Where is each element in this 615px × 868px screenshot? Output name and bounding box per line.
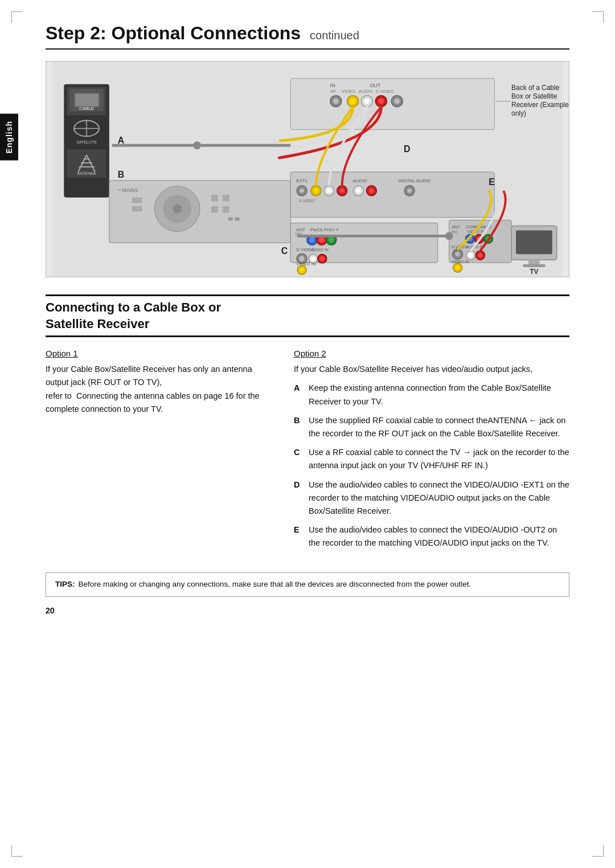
svg-text:Back of a Cable: Back of a Cable [511,84,560,92]
svg-text:OUT: OUT [370,83,380,88]
section-heading: Connecting to a Cable Box orSatellite Re… [46,294,569,337]
svg-text:VIDEO: VIDEO [342,89,356,94]
svg-text:ANT: ANT [296,227,305,232]
content-columns: Option 1 If your Cable Box/Satellite Rec… [46,349,569,555]
svg-text:~ MAINS: ~ MAINS [118,187,138,193]
list-letter: A [294,382,303,408]
option2-label: Option 2 [294,349,569,358]
svg-point-63 [327,189,331,193]
svg-rect-55 [290,172,494,218]
tips-box: TIPS:Before making or changing any conne… [46,572,569,596]
svg-point-65 [340,189,345,193]
list-item-text: Use a RF coaxial cable to connect the TV… [309,446,569,472]
corner-mark-br [592,845,604,857]
svg-point-114 [299,256,305,261]
option2-intro: If your Cable Box/Satellite Receiver has… [294,363,569,376]
svg-text:Receiver (Example: Receiver (Example [511,101,569,109]
diagram-area: CABLE SATELLITE ANTENNA A OUT IN R [46,61,569,277]
english-tab: English [0,114,18,161]
svg-point-30 [350,99,356,104]
svg-text:AUDIO: AUDIO [353,178,367,183]
corner-mark-tl [11,11,23,23]
list-item-text: Use the audio/video cables to connect th… [309,523,569,550]
svg-point-73 [407,189,412,193]
svg-text:EXT1: EXT1 [296,178,308,183]
svg-text:SATELLITE: SATELLITE [76,140,97,144]
svg-point-119 [320,256,325,261]
svg-text:TV: TV [530,268,538,276]
svg-text:IN: IN [330,83,335,88]
svg-text:S-VIDEO: S-VIDEO [299,199,315,203]
svg-rect-47 [132,206,142,212]
right-column: Option 2 If your Cable Box/Satellite Rec… [294,349,569,555]
svg-text:DIGITAL AUDIO: DIGITAL AUDIO [398,178,430,183]
list-letter: B [294,414,303,440]
svg-text:AUDIO: AUDIO [359,89,373,94]
main-title: Step 2: Optional Connections [46,23,301,44]
corner-mark-tr [592,11,604,23]
svg-point-98 [478,253,482,257]
svg-point-93 [456,252,460,256]
svg-text:CABLE: CABLE [79,106,94,111]
subtitle: continued [310,29,359,42]
section-heading-text: Connecting to a Cable Box orSatellite Re… [46,300,221,331]
svg-rect-51 [223,206,229,213]
svg-text:only): only) [511,109,526,117]
list-item: BUse the supplied RF coaxial cable to co… [294,414,569,440]
svg-point-32 [364,99,370,104]
list-item: DUse the audio/video cables to connect t… [294,478,569,518]
svg-rect-50 [211,206,218,213]
svg-text:A: A [118,136,125,145]
list-letter: D [294,478,303,518]
svg-text:VIDEO IN: VIDEO IN [452,260,469,264]
svg-text:S-VIDEO: S-VIDEO [375,89,394,94]
list-item-text: Use the supplied RF coaxial cable to con… [309,414,569,440]
svg-point-36 [394,99,400,104]
svg-text:AUDIO IN: AUDIO IN [311,248,329,252]
svg-point-38 [193,141,201,149]
page-container: English Step 2: Optional Connections con… [0,0,615,868]
svg-point-111 [329,237,334,243]
svg-rect-49 [223,195,229,202]
svg-rect-53 [235,218,240,221]
svg-point-28 [333,99,339,104]
list-item: EUse the audio/video cables to connect t… [294,523,569,550]
svg-rect-76 [516,230,552,254]
option1-text: If your Cable Box/Satellite Receiver has… [46,363,271,416]
svg-point-58 [300,189,304,193]
svg-text:E: E [489,177,495,187]
svg-point-122 [300,268,304,272]
svg-rect-46 [132,198,142,203]
svg-text:D: D [404,144,411,154]
page-number: 20 [46,606,569,615]
left-column: Option 1 If your Cable Box/Satellite Rec… [46,349,271,555]
svg-rect-78 [523,264,546,267]
connection-diagram: CABLE SATELLITE ANTENNA A OUT IN R [46,62,569,277]
svg-rect-52 [228,218,233,221]
list-item: CUse a RF coaxial cable to connect the T… [294,446,569,472]
svg-point-68 [356,189,361,193]
svg-text:RF: RF [330,89,337,94]
list-letter: C [294,446,303,472]
svg-point-101 [456,265,460,270]
option1-label: Option 1 [46,349,271,358]
svg-rect-5 [75,94,99,107]
svg-point-107 [309,237,315,243]
svg-point-124 [445,232,453,240]
svg-point-96 [469,253,473,257]
list-letter: E [294,523,303,550]
svg-text:ANT: ANT [452,225,461,229]
corner-mark-bl [11,845,23,857]
svg-point-34 [378,99,384,104]
svg-rect-48 [211,195,218,202]
svg-text:B: B [118,170,125,179]
svg-point-61 [314,189,318,193]
lettered-list: AKeep the existing antenna connection fr… [294,382,569,550]
svg-text:C: C [281,246,288,256]
svg-point-70 [369,189,374,193]
list-item-text: Use the audio/video cables to connect th… [309,478,569,518]
tips-label: TIPS: [55,580,75,588]
tips-text: Before making or changing any connection… [79,580,472,588]
svg-point-117 [311,256,315,261]
svg-point-109 [319,237,325,243]
